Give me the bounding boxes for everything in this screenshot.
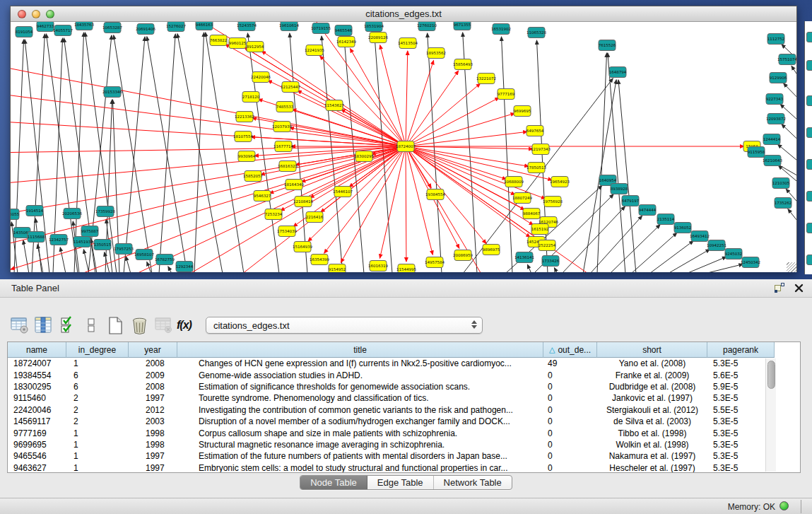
graph-edge[interactable] — [194, 33, 204, 272]
float-panel-icon[interactable] — [775, 283, 784, 293]
table-cell[interactable]: 5.3E-5 — [707, 462, 775, 473]
close-window-icon[interactable] — [18, 10, 26, 18]
graph-node[interactable]: 10942251 — [707, 240, 726, 251]
graph-node[interactable]: 18300295 — [354, 151, 374, 162]
row-height-icon[interactable] — [79, 315, 103, 336]
table-cell[interactable]: 2 — [66, 392, 129, 404]
graph-edge[interactable] — [23, 240, 29, 272]
graph-node[interactable]: 19610614 — [279, 22, 299, 31]
table-cell[interactable]: Dudbridge et al. (2008) — [597, 381, 707, 392]
graph-node[interactable]: 15164939 — [293, 242, 312, 252]
graph-node[interactable]: 16493412 — [690, 231, 710, 242]
graph-node[interactable]: 1145193 — [73, 237, 91, 247]
column-header-out_de[interactable]: △out_de... — [543, 342, 597, 358]
column-header-name[interactable]: name — [8, 342, 66, 358]
graph-node[interactable]: 10719155 — [311, 23, 331, 34]
graph-node[interactable]: 17359928 — [95, 206, 115, 217]
graph-edge[interactable] — [35, 218, 42, 272]
network-table-selector[interactable]: citations_edges.txt — [206, 317, 483, 334]
graph-node[interactable]: 9884067 — [523, 209, 541, 219]
graph-node[interactable]: 18107554 — [233, 132, 253, 142]
graph-node[interactable]: 18807249 — [512, 193, 532, 204]
minimize-window-icon[interactable] — [32, 10, 40, 18]
graph-node[interactable] — [806, 60, 812, 71]
graph-node[interactable]: 9896975 — [483, 245, 500, 255]
table-cell[interactable]: 1998 — [129, 427, 177, 438]
column-header-year[interactable]: year — [129, 342, 177, 358]
graph-edge[interactable] — [11, 93, 406, 146]
graph-node[interactable]: 18435763 — [74, 22, 94, 30]
table-scroll-thumb[interactable] — [767, 361, 775, 389]
graph-edge[interactable] — [37, 245, 43, 272]
graph-node[interactable]: 12037939 — [272, 122, 292, 132]
graph-node[interactable]: 20206536 — [62, 209, 82, 219]
graph-node[interactable]: 16142349 — [336, 37, 356, 47]
table-cell[interactable]: Tibbo et al. (1998) — [597, 427, 707, 438]
graph-node[interactable] — [806, 127, 812, 138]
table-cell[interactable]: 18724007 — [8, 358, 66, 369]
graph-edge[interactable] — [406, 146, 530, 238]
graph-edge[interactable] — [380, 45, 406, 146]
graph-node[interactable]: 1112752 — [767, 34, 785, 45]
column-header-pagerank[interactable]: pagerank — [707, 342, 775, 358]
graph-node[interactable]: 12760210 — [417, 22, 437, 31]
table-cell[interactable]: de Silva et al. (2003) — [597, 416, 707, 427]
table-cell[interactable]: 9115460 — [8, 392, 66, 404]
graph-node[interactable]: 7663822 — [210, 35, 228, 46]
tab-node-table[interactable]: Node Table — [300, 476, 367, 489]
graph-node[interactable]: 9671355 — [454, 22, 471, 30]
table-cell[interactable]: 1 — [66, 450, 129, 462]
graph-node[interactable]: 16816323 — [278, 161, 298, 172]
graph-node[interactable]: 6479197 — [622, 196, 640, 206]
window-resize-grip[interactable] — [787, 262, 796, 272]
graph-node[interactable]: 20691406 — [136, 24, 155, 35]
graph-node[interactable]: 15243574 — [237, 22, 257, 31]
graph-node[interactable]: 22420046 — [251, 72, 271, 83]
graph-node[interactable]: 16210643 — [763, 156, 782, 166]
graph-node[interactable]: 2526055 — [11, 209, 20, 220]
table-scrollbar[interactable] — [765, 358, 776, 472]
graph-node[interactable]: 12125447 — [281, 82, 300, 93]
graph-node[interactable]: 12241935 — [305, 45, 324, 56]
column-header-title[interactable]: title — [177, 342, 543, 358]
graph-node[interactable]: 7615526 — [599, 40, 616, 51]
graph-node[interactable]: 18953562 — [426, 48, 446, 59]
graph-node[interactable]: 9465546 — [335, 25, 353, 36]
table-cell[interactable]: Franke et al. (2009) — [597, 369, 707, 380]
row-selection-icon[interactable] — [55, 315, 79, 336]
column-header-short[interactable]: short — [597, 342, 707, 358]
table-cell[interactable]: 1997 — [129, 392, 177, 404]
graph-node[interactable]: 9975887 — [81, 226, 99, 237]
graph-node[interactable]: 1292344 — [176, 262, 194, 272]
table-cell[interactable]: 19384554 — [8, 369, 66, 380]
table-cell[interactable]: Changes of HCN gene expression and I(f) … — [177, 358, 543, 369]
graph-edge[interactable] — [554, 268, 558, 272]
graph-node[interactable]: 14957584 — [425, 257, 445, 268]
graph-node[interactable]: 19654923 — [550, 177, 570, 187]
graph-node[interactable]: 18164340 — [284, 180, 304, 190]
graph-edge[interactable] — [792, 66, 796, 88]
table-cell[interactable]: 0 — [543, 450, 597, 462]
table-row[interactable]: 2242004622012Investigating the contribut… — [8, 404, 800, 416]
graph-edge[interactable] — [11, 146, 406, 185]
graph-node[interactable]: 8191054 — [16, 27, 33, 37]
table-cell[interactable]: 2008 — [129, 381, 177, 392]
graph-node[interactable]: 19384554 — [425, 189, 445, 200]
table-cell[interactable]: 2 — [66, 404, 129, 416]
graph-edge[interactable] — [406, 60, 434, 146]
table-cell[interactable]: 9465546 — [8, 450, 66, 462]
graph-node[interactable]: 9115958 — [748, 147, 765, 158]
graph-node[interactable]: 11543627 — [324, 100, 344, 111]
graph-node[interactable]: 14136141 — [514, 252, 534, 263]
table-cell[interactable]: Estimation of the future numbers of pati… — [177, 450, 543, 462]
graph-edge[interactable] — [608, 53, 625, 272]
graph-node[interactable]: 12197343 — [531, 144, 551, 155]
graph-node[interactable]: 9462733 — [37, 22, 54, 32]
graph-node[interactable]: 17957253 — [114, 244, 134, 255]
table-cell[interactable]: Structural magnetic resonance image aver… — [177, 439, 543, 450]
graph-node[interactable]: 22089126 — [368, 33, 388, 43]
graph-node[interactable]: 9960125 — [229, 38, 247, 49]
graph-edge[interactable] — [83, 250, 89, 272]
graph-node[interactable]: 17850513 — [526, 163, 546, 173]
graph-node[interactable]: 1914514 — [26, 206, 44, 216]
